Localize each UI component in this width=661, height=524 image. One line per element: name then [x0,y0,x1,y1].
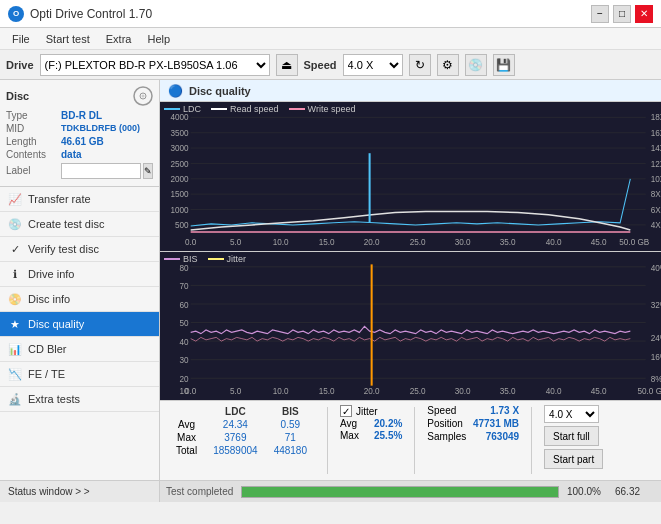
stats-empty-header [168,405,205,418]
speed-select-small[interactable]: 4.0 X [544,405,599,423]
sidebar-item-verify-test-disc[interactable]: ✓ Verify test disc [0,237,159,262]
svg-text:1500: 1500 [170,190,189,199]
legend-ldc: LDC [164,104,201,114]
disc-panel: Disc Type BD-R DL MID TDKBLDRFB (000) Le… [0,80,159,187]
legend-write-label: Write speed [308,104,356,114]
position-value: 47731 MB [473,418,519,429]
read-speed-color [211,108,227,110]
disc-length-row: Length 46.61 GB [6,136,153,147]
label-edit-button[interactable]: ✎ [143,163,153,179]
drive-select[interactable]: (F:) PLEXTOR BD-R PX-LB950SA 1.06 [40,54,270,76]
cd-bler-icon: 📊 [8,342,22,356]
total-bis: 448180 [266,444,315,457]
settings-button[interactable]: ⚙ [437,54,459,76]
total-label: Total [168,444,205,457]
stats-table: LDC BIS Avg 24.34 0.59 Max 3769 71 Tot [168,405,315,457]
jitter-avg-row: Avg 20.2% [340,418,402,429]
jitter-header-row: ✓ Jitter [340,405,402,417]
speed-row: Speed 1.73 X [427,405,519,416]
divider3 [531,407,532,474]
svg-text:0.0: 0.0 [185,238,197,247]
svg-text:5.0: 5.0 [230,238,242,247]
sidebar-item-create-test-disc[interactable]: 💿 Create test disc [0,212,159,237]
svg-text:10.0: 10.0 [273,385,289,396]
svg-text:40: 40 [180,336,189,347]
legend-jitter-label: Jitter [227,254,247,264]
minimize-button[interactable]: − [591,5,609,23]
sidebar-item-drive-info[interactable]: ℹ Drive info [0,262,159,287]
svg-point-2 [142,95,145,98]
disc-mid-value: TDKBLDRFB (000) [61,123,140,134]
fe-te-icon: 📉 [8,367,22,381]
disc-type-row: Type BD-R DL [6,110,153,121]
top-chart-svg: 4000 3500 3000 2500 2000 1500 1000 500 1… [160,102,661,251]
legend-write-speed: Write speed [289,104,356,114]
stats-panel: LDC BIS Avg 24.34 0.59 Max 3769 71 Tot [160,400,661,480]
svg-text:14X: 14X [651,144,661,153]
progress-track [241,486,559,498]
jitter-checkbox[interactable]: ✓ [340,405,352,417]
svg-text:32%: 32% [651,298,661,309]
eject-button[interactable]: ⏏ [276,54,298,76]
speed-section: Speed 1.73 X Position 47731 MB Samples 7… [427,405,519,442]
menu-bar: File Start test Extra Help [0,28,661,50]
legend-ldc-label: LDC [183,104,201,114]
svg-text:30: 30 [180,354,189,365]
svg-text:20.0: 20.0 [364,385,380,396]
svg-text:40.0: 40.0 [546,385,562,396]
svg-text:6X: 6X [651,206,661,215]
svg-text:15.0: 15.0 [319,385,335,396]
svg-text:30.0: 30.0 [455,238,471,247]
start-part-button[interactable]: Start part [544,449,603,469]
svg-text:20.0: 20.0 [364,238,380,247]
speed-select[interactable]: 4.0 X [343,54,403,76]
menu-start-test[interactable]: Start test [38,31,98,47]
svg-text:70: 70 [180,280,189,291]
legend-read-speed: Read speed [211,104,279,114]
top-chart: LDC Read speed Write speed [160,102,661,252]
save-button[interactable]: 💾 [493,54,515,76]
status-window-label: Status window > > [8,486,90,497]
svg-text:2000: 2000 [170,175,189,184]
disc-button[interactable]: 💿 [465,54,487,76]
svg-text:4X: 4X [651,221,661,230]
svg-text:50.0 GB: 50.0 GB [637,385,661,396]
close-button[interactable]: ✕ [635,5,653,23]
svg-text:50.0: 50.0 [619,238,635,247]
svg-text:16%: 16% [651,350,661,361]
speed-label: Speed [304,59,337,71]
menu-file[interactable]: File [4,31,38,47]
start-full-button[interactable]: Start full [544,426,599,446]
menu-help[interactable]: Help [139,31,178,47]
samples-value: 763049 [486,431,519,442]
window-controls: − □ ✕ [591,5,653,23]
bottom-chart: BIS Jitter 80 70 60 [160,252,661,401]
max-bis: 71 [266,431,315,444]
sidebar-item-disc-info[interactable]: 📀 Disc info [0,287,159,312]
status-window-button[interactable]: Status window > > [0,480,159,502]
svg-text:35.0: 35.0 [500,238,516,247]
svg-text:18X: 18X [651,113,661,122]
jitter-max-value: 25.5% [374,430,402,441]
svg-text:15.0: 15.0 [319,238,335,247]
sidebar-item-transfer-rate[interactable]: 📈 Transfer rate [0,187,159,212]
label-input[interactable] [61,163,141,179]
samples-row: Samples 763049 [427,431,519,442]
svg-text:45.0: 45.0 [591,238,607,247]
extra-tests-icon: 🔬 [8,392,22,406]
disc-info-icon: 📀 [8,292,22,306]
progress-value: 66.32 [615,486,655,497]
svg-text:0.0: 0.0 [185,385,196,396]
menu-extra[interactable]: Extra [98,31,140,47]
avg-label: Avg [168,418,205,431]
disc-icon [133,86,153,106]
sidebar-item-fe-te[interactable]: 📉 FE / TE [0,362,159,387]
svg-rect-3 [160,102,661,251]
sidebar-item-extra-tests[interactable]: 🔬 Extra tests [0,387,159,412]
svg-text:12X: 12X [651,160,661,169]
disc-header: Disc [6,86,153,106]
sidebar-item-disc-quality[interactable]: ★ Disc quality [0,312,159,337]
refresh-button[interactable]: ↻ [409,54,431,76]
sidebar-item-cd-bler[interactable]: 📊 CD Bler [0,337,159,362]
maximize-button[interactable]: □ [613,5,631,23]
